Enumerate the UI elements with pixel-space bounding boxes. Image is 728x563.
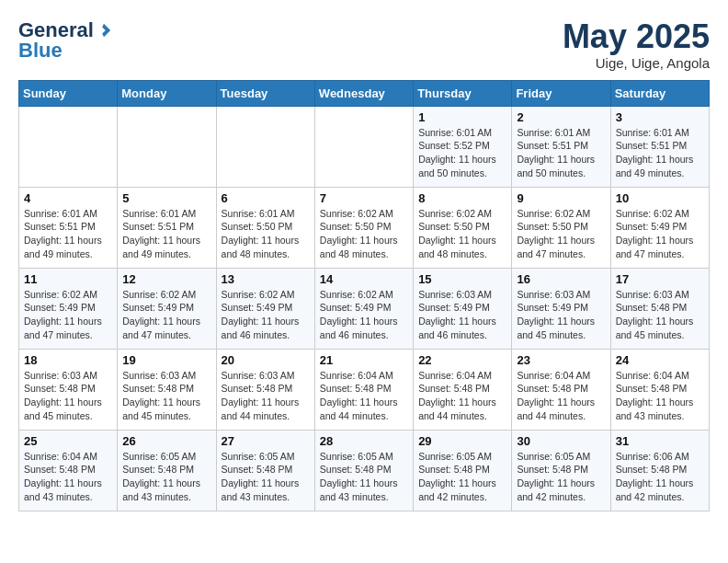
- day-number: 13: [222, 272, 310, 286]
- day-number: 7: [320, 191, 408, 205]
- day-number: 26: [122, 434, 210, 448]
- day-number: 1: [418, 110, 506, 124]
- day-info: Sunrise: 6:01 AM Sunset: 5:50 PM Dayligh…: [222, 207, 310, 261]
- day-number: 9: [517, 191, 605, 205]
- day-cell: 18Sunrise: 6:03 AM Sunset: 5:48 PM Dayli…: [19, 349, 118, 430]
- day-cell: 30Sunrise: 6:05 AM Sunset: 5:48 PM Dayli…: [512, 430, 610, 511]
- location-text: Uige, Uige, Angola: [563, 55, 710, 71]
- week-row-5: 25Sunrise: 6:04 AM Sunset: 5:48 PM Dayli…: [19, 430, 710, 511]
- day-cell: 10Sunrise: 6:02 AM Sunset: 5:49 PM Dayli…: [610, 187, 709, 268]
- day-cell: 11Sunrise: 6:02 AM Sunset: 5:49 PM Dayli…: [19, 268, 118, 349]
- day-info: Sunrise: 6:02 AM Sunset: 5:49 PM Dayligh…: [122, 288, 210, 342]
- day-cell: 27Sunrise: 6:05 AM Sunset: 5:48 PM Dayli…: [216, 430, 314, 511]
- page-header: General Blue May 2025 Uige, Uige, Angola: [18, 18, 710, 71]
- day-number: 6: [222, 191, 310, 205]
- calendar-header: SundayMondayTuesdayWednesdayThursdayFrid…: [19, 80, 710, 106]
- day-cell: 22Sunrise: 6:04 AM Sunset: 5:48 PM Dayli…: [414, 349, 512, 430]
- header-cell-saturday: Saturday: [610, 80, 709, 106]
- svg-marker-0: [102, 24, 110, 37]
- day-info: Sunrise: 6:04 AM Sunset: 5:48 PM Dayligh…: [418, 369, 506, 423]
- week-row-4: 18Sunrise: 6:03 AM Sunset: 5:48 PM Dayli…: [19, 349, 710, 430]
- header-cell-thursday: Thursday: [414, 80, 512, 106]
- day-cell: 13Sunrise: 6:02 AM Sunset: 5:49 PM Dayli…: [216, 268, 314, 349]
- day-number: 25: [24, 434, 112, 448]
- day-cell: 21Sunrise: 6:04 AM Sunset: 5:48 PM Dayli…: [314, 349, 413, 430]
- day-info: Sunrise: 6:05 AM Sunset: 5:48 PM Dayligh…: [222, 450, 310, 504]
- day-cell: [118, 106, 216, 187]
- day-number: 19: [122, 353, 210, 367]
- week-row-3: 11Sunrise: 6:02 AM Sunset: 5:49 PM Dayli…: [19, 268, 710, 349]
- day-number: 3: [616, 110, 704, 124]
- calendar-body: 1Sunrise: 6:01 AM Sunset: 5:52 PM Daylig…: [19, 106, 710, 511]
- day-info: Sunrise: 6:02 AM Sunset: 5:49 PM Dayligh…: [24, 288, 112, 342]
- day-cell: 16Sunrise: 6:03 AM Sunset: 5:49 PM Dayli…: [512, 268, 610, 349]
- day-info: Sunrise: 6:04 AM Sunset: 5:48 PM Dayligh…: [24, 450, 112, 504]
- day-info: Sunrise: 6:02 AM Sunset: 5:50 PM Dayligh…: [517, 207, 605, 261]
- day-info: Sunrise: 6:02 AM Sunset: 5:49 PM Dayligh…: [222, 288, 310, 342]
- day-cell: 29Sunrise: 6:05 AM Sunset: 5:48 PM Dayli…: [414, 430, 512, 511]
- day-number: 16: [517, 272, 605, 286]
- day-info: Sunrise: 6:05 AM Sunset: 5:48 PM Dayligh…: [122, 450, 210, 504]
- logo-blue-text: Blue: [18, 39, 63, 63]
- day-info: Sunrise: 6:01 AM Sunset: 5:51 PM Dayligh…: [24, 207, 112, 261]
- day-info: Sunrise: 6:02 AM Sunset: 5:50 PM Dayligh…: [320, 207, 408, 261]
- header-cell-friday: Friday: [512, 80, 610, 106]
- logo-icon: [96, 22, 112, 39]
- logo: General Blue: [18, 18, 112, 63]
- day-cell: 8Sunrise: 6:02 AM Sunset: 5:50 PM Daylig…: [414, 187, 512, 268]
- day-number: 18: [24, 353, 112, 367]
- day-cell: 1Sunrise: 6:01 AM Sunset: 5:52 PM Daylig…: [414, 106, 512, 187]
- day-number: 22: [418, 353, 506, 367]
- day-info: Sunrise: 6:02 AM Sunset: 5:50 PM Dayligh…: [418, 207, 506, 261]
- day-info: Sunrise: 6:05 AM Sunset: 5:48 PM Dayligh…: [418, 450, 506, 504]
- day-number: 30: [517, 434, 605, 448]
- day-number: 20: [222, 353, 310, 367]
- day-info: Sunrise: 6:06 AM Sunset: 5:48 PM Dayligh…: [616, 450, 704, 504]
- day-number: 2: [517, 110, 605, 124]
- day-info: Sunrise: 6:01 AM Sunset: 5:51 PM Dayligh…: [122, 207, 210, 261]
- day-number: 12: [122, 272, 210, 286]
- day-number: 24: [616, 353, 704, 367]
- day-cell: 23Sunrise: 6:04 AM Sunset: 5:48 PM Dayli…: [512, 349, 610, 430]
- day-cell: 9Sunrise: 6:02 AM Sunset: 5:50 PM Daylig…: [512, 187, 610, 268]
- day-info: Sunrise: 6:01 AM Sunset: 5:52 PM Dayligh…: [418, 126, 506, 180]
- day-info: Sunrise: 6:02 AM Sunset: 5:49 PM Dayligh…: [320, 288, 408, 342]
- day-cell: 2Sunrise: 6:01 AM Sunset: 5:51 PM Daylig…: [512, 106, 610, 187]
- day-cell: 15Sunrise: 6:03 AM Sunset: 5:49 PM Dayli…: [414, 268, 512, 349]
- day-cell: 5Sunrise: 6:01 AM Sunset: 5:51 PM Daylig…: [118, 187, 216, 268]
- day-number: 29: [418, 434, 506, 448]
- day-cell: 17Sunrise: 6:03 AM Sunset: 5:48 PM Dayli…: [610, 268, 709, 349]
- day-info: Sunrise: 6:03 AM Sunset: 5:48 PM Dayligh…: [122, 369, 210, 423]
- day-number: 28: [320, 434, 408, 448]
- day-info: Sunrise: 6:04 AM Sunset: 5:48 PM Dayligh…: [616, 369, 704, 423]
- day-cell: 6Sunrise: 6:01 AM Sunset: 5:50 PM Daylig…: [216, 187, 314, 268]
- day-info: Sunrise: 6:03 AM Sunset: 5:49 PM Dayligh…: [517, 288, 605, 342]
- day-cell: [19, 106, 118, 187]
- day-number: 21: [320, 353, 408, 367]
- day-number: 23: [517, 353, 605, 367]
- day-cell: 7Sunrise: 6:02 AM Sunset: 5:50 PM Daylig…: [314, 187, 413, 268]
- day-info: Sunrise: 6:05 AM Sunset: 5:48 PM Dayligh…: [517, 450, 605, 504]
- header-cell-tuesday: Tuesday: [216, 80, 314, 106]
- day-info: Sunrise: 6:03 AM Sunset: 5:48 PM Dayligh…: [222, 369, 310, 423]
- day-number: 8: [418, 191, 506, 205]
- day-number: 14: [320, 272, 408, 286]
- day-number: 31: [616, 434, 704, 448]
- day-number: 10: [616, 191, 704, 205]
- day-cell: 3Sunrise: 6:01 AM Sunset: 5:51 PM Daylig…: [610, 106, 709, 187]
- day-number: 27: [222, 434, 310, 448]
- day-number: 5: [122, 191, 210, 205]
- day-info: Sunrise: 6:01 AM Sunset: 5:51 PM Dayligh…: [616, 126, 704, 180]
- day-info: Sunrise: 6:03 AM Sunset: 5:49 PM Dayligh…: [418, 288, 506, 342]
- header-cell-sunday: Sunday: [19, 80, 118, 106]
- day-info: Sunrise: 6:02 AM Sunset: 5:49 PM Dayligh…: [616, 207, 704, 261]
- day-info: Sunrise: 6:03 AM Sunset: 5:48 PM Dayligh…: [616, 288, 704, 342]
- day-cell: 20Sunrise: 6:03 AM Sunset: 5:48 PM Dayli…: [216, 349, 314, 430]
- day-cell: 24Sunrise: 6:04 AM Sunset: 5:48 PM Dayli…: [610, 349, 709, 430]
- day-cell: 19Sunrise: 6:03 AM Sunset: 5:48 PM Dayli…: [118, 349, 216, 430]
- day-info: Sunrise: 6:03 AM Sunset: 5:48 PM Dayligh…: [24, 369, 112, 423]
- day-cell: 25Sunrise: 6:04 AM Sunset: 5:48 PM Dayli…: [19, 430, 118, 511]
- calendar-table: SundayMondayTuesdayWednesdayThursdayFrid…: [18, 80, 710, 511]
- day-number: 11: [24, 272, 112, 286]
- header-cell-monday: Monday: [118, 80, 216, 106]
